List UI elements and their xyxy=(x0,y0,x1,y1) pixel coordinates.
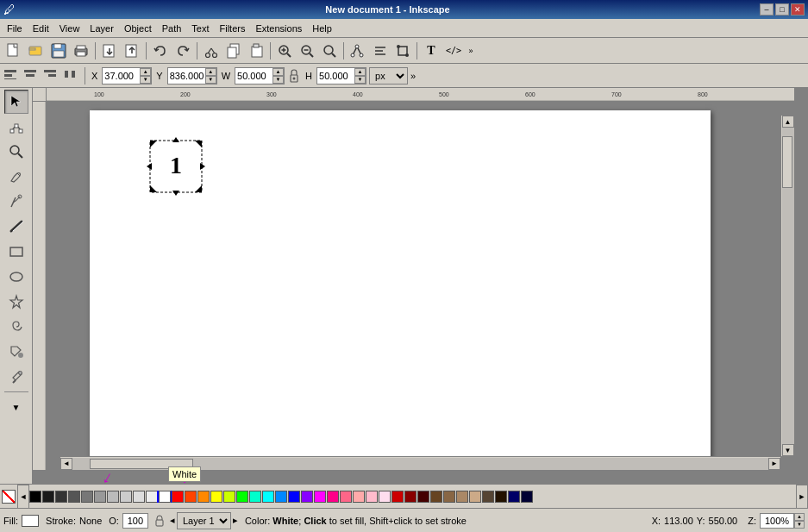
w-input[interactable] xyxy=(235,71,273,81)
swatch-blue[interactable] xyxy=(288,491,300,503)
swatch-rose[interactable] xyxy=(366,491,378,503)
close-button[interactable]: ✕ xyxy=(791,3,805,16)
canvas-area[interactable]: 100 200 300 400 500 600 700 800 xyxy=(33,88,808,484)
y-spin-down[interactable]: ▼ xyxy=(205,76,216,84)
menu-object[interactable]: Object xyxy=(119,22,157,35)
scroll-up-button[interactable]: ▲ xyxy=(782,116,794,128)
toolbar2-more-button[interactable]: » xyxy=(410,71,416,81)
dropper-tool[interactable] xyxy=(4,365,28,389)
palette-scroll-left[interactable]: ◄ xyxy=(17,485,29,509)
ellipse-tool[interactable] xyxy=(4,265,28,289)
swatch-lgray4[interactable] xyxy=(146,491,158,503)
swatch-nbkbrn[interactable] xyxy=(495,491,507,503)
lock-icon[interactable] xyxy=(153,514,166,528)
layer-select[interactable]: Layer 1 xyxy=(177,512,231,529)
pencil-tool[interactable] xyxy=(4,165,28,189)
redo-button[interactable] xyxy=(172,41,193,61)
new-button[interactable] xyxy=(3,41,24,61)
open-button[interactable] xyxy=(26,41,47,61)
w-spin-up[interactable]: ▲ xyxy=(272,68,284,76)
zoom-tool[interactable] xyxy=(4,140,28,164)
opacity-input[interactable] xyxy=(122,513,148,529)
swatch-violet[interactable] xyxy=(301,491,313,503)
swatch-red[interactable] xyxy=(172,491,184,503)
minimize-button[interactable]: – xyxy=(760,3,774,16)
w-spin-down[interactable]: ▼ xyxy=(272,76,284,84)
selector-tool[interactable] xyxy=(4,90,28,114)
swatch-lgray1[interactable] xyxy=(107,491,119,503)
pen-tool[interactable] xyxy=(4,190,28,214)
x-input[interactable] xyxy=(103,71,141,81)
swatch-brown[interactable] xyxy=(430,491,442,503)
swatch-lgray3[interactable] xyxy=(133,491,145,503)
x-spin-down[interactable]: ▼ xyxy=(140,76,151,84)
swatch-vdkred[interactable] xyxy=(404,491,417,503)
export-button[interactable] xyxy=(122,41,142,61)
zoom-out-button[interactable] xyxy=(297,41,317,61)
zoom-input[interactable] xyxy=(760,513,794,529)
cut-button[interactable] xyxy=(201,41,222,61)
menu-path[interactable]: Path xyxy=(157,22,187,35)
rectangle-tool[interactable] xyxy=(4,240,28,264)
swatch-blush[interactable] xyxy=(379,491,391,503)
swatch-green[interactable] xyxy=(236,491,248,503)
align-button[interactable] xyxy=(370,41,391,61)
swatch-navy[interactable] xyxy=(521,491,533,503)
scroll-right-button[interactable]: ► xyxy=(768,458,780,470)
calligraphy-tool[interactable] xyxy=(4,215,28,239)
align-center-button[interactable] xyxy=(23,67,41,84)
scrollbar-horizontal[interactable]: ◄ ► xyxy=(60,456,780,470)
swatch-cyan-grn[interactable] xyxy=(249,491,261,503)
paste-button[interactable] xyxy=(246,41,266,61)
swatch-gray1[interactable] xyxy=(68,491,80,503)
swatch-dark2[interactable] xyxy=(55,491,67,503)
swatch-dark1[interactable] xyxy=(42,491,54,503)
print-button[interactable] xyxy=(71,41,91,61)
swatch-white[interactable] xyxy=(159,491,171,503)
transform-button[interactable] xyxy=(392,41,413,61)
swatch-lpink[interactable] xyxy=(340,491,352,503)
paint-tool[interactable] xyxy=(4,340,28,364)
star-tool[interactable] xyxy=(4,290,28,314)
swatch-tan[interactable] xyxy=(456,491,468,503)
scroll-track-vertical[interactable] xyxy=(782,128,794,444)
zoom-spin-down[interactable]: ▼ xyxy=(794,521,805,529)
scroll-left-button[interactable]: ◄ xyxy=(60,458,72,470)
h-input[interactable] xyxy=(317,71,355,81)
h-spin-up[interactable]: ▲ xyxy=(354,68,366,76)
unit-select[interactable]: px mm cm in pt em xyxy=(369,67,408,84)
y-input[interactable] xyxy=(168,71,206,81)
swatch-pink[interactable] xyxy=(327,491,339,503)
x-spin-up[interactable]: ▲ xyxy=(140,68,151,76)
lock-aspect-button[interactable] xyxy=(287,67,301,84)
y-spin-up[interactable]: ▲ xyxy=(205,68,216,76)
align-left-button[interactable] xyxy=(3,67,21,84)
scroll-thumb-vertical[interactable] xyxy=(782,136,792,188)
h-spin-down[interactable]: ▼ xyxy=(354,76,366,84)
menu-file[interactable]: File xyxy=(2,22,28,35)
swatch-mbrown[interactable] xyxy=(443,491,455,503)
save-button[interactable] xyxy=(48,41,69,61)
scroll-thumb-horizontal[interactable] xyxy=(90,459,193,469)
no-color-button[interactable] xyxy=(2,490,16,504)
xml-editor-button[interactable]: </> xyxy=(443,41,464,61)
swatch-magenta[interactable] xyxy=(314,491,326,503)
scroll-down-button[interactable]: ▼ xyxy=(782,444,794,456)
expand-toolbox-button[interactable]: ▼ xyxy=(4,395,28,419)
swatch-orange[interactable] xyxy=(197,491,210,503)
text-editor-button[interactable]: T xyxy=(421,41,442,61)
canvas-content[interactable]: 1 ▲ ▼ ◄ ► xyxy=(47,102,794,470)
selected-object[interactable]: 1 xyxy=(146,136,215,205)
swatch-lgray2[interactable] xyxy=(120,491,132,503)
spiral-tool[interactable] xyxy=(4,315,28,339)
swatch-yellow[interactable] xyxy=(210,491,222,503)
swatch-yelgrn[interactable] xyxy=(223,491,235,503)
palette-scroll-right[interactable]: ► xyxy=(796,485,808,509)
menu-view[interactable]: View xyxy=(54,22,85,35)
fill-swatch[interactable] xyxy=(22,515,39,527)
swatch-black[interactable] xyxy=(29,491,41,503)
nodes-button[interactable] xyxy=(348,41,368,61)
swatch-cyan[interactable] xyxy=(262,491,274,503)
scrollbar-vertical[interactable]: ▲ ▼ xyxy=(780,116,794,456)
menu-extensions[interactable]: Extensions xyxy=(250,22,307,35)
